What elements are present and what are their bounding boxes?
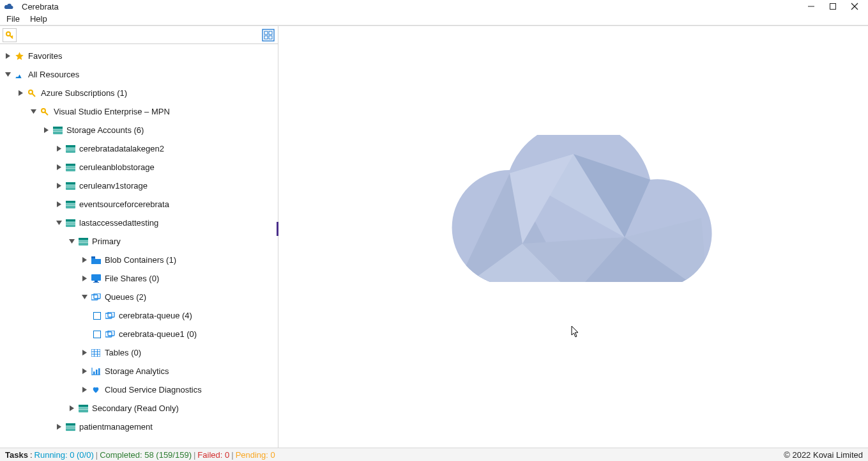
heart-icon (91, 385, 101, 395)
expander-expanded-icon[interactable] (80, 293, 88, 301)
expander-expanded-icon[interactable] (4, 71, 11, 79)
expander-collapsed-icon[interactable] (17, 90, 24, 97)
svg-rect-67 (79, 409, 88, 410)
close-button[interactable] (850, 2, 859, 11)
storage-icon (52, 125, 63, 136)
sidebar: Favorites All Resources Azure Subscripti… (0, 26, 278, 448)
svg-rect-48 (91, 295, 98, 300)
svg-rect-37 (66, 219, 75, 221)
expander-collapsed-icon[interactable] (80, 256, 88, 264)
sidebar-toolbar (0, 26, 278, 44)
svg-rect-38 (66, 222, 75, 223)
tree-node-vs-enterprise[interactable]: Visual Studio Enterprise – MPN (0, 102, 278, 121)
svg-rect-52 (105, 332, 112, 337)
expander-expanded-icon[interactable] (55, 219, 63, 227)
expander-collapsed-icon[interactable] (68, 405, 75, 412)
tree-node-tables[interactable]: Tables (0) (0, 343, 278, 362)
key-icon-button[interactable] (3, 28, 17, 42)
tree-node-primary[interactable]: Primary (0, 232, 278, 251)
menu-help[interactable]: Help (30, 14, 47, 24)
status-running: Running: 0 (0/0) (34, 450, 94, 460)
grid-icon-button[interactable] (261, 28, 275, 42)
expander-collapsed-icon[interactable] (55, 182, 63, 190)
svg-rect-65 (79, 405, 88, 407)
svg-rect-42 (79, 240, 88, 241)
svg-rect-54 (91, 349, 100, 357)
svg-rect-22 (66, 148, 75, 148)
tree-node-all-resources[interactable]: All Resources (0, 65, 278, 84)
svg-rect-8 (264, 31, 268, 35)
svg-rect-25 (66, 164, 75, 166)
status-bar: Tasks: Running: 0 (0/0) | Completed: 58 … (0, 448, 868, 461)
maximize-button[interactable] (828, 2, 837, 11)
svg-rect-66 (79, 407, 88, 408)
key-icon (27, 88, 37, 98)
expander-collapsed-icon[interactable] (4, 52, 11, 60)
svg-rect-62 (96, 370, 98, 375)
expander-expanded-icon[interactable] (68, 238, 75, 246)
expander-collapsed-icon[interactable] (80, 349, 88, 357)
tree-node-storage-account[interactable]: ceruleanblobstorage (0, 158, 278, 176)
expander-collapsed-icon[interactable] (80, 386, 88, 394)
svg-rect-63 (98, 368, 100, 375)
tree-node-storage-account[interactable]: eventsourceforcerebrata (0, 195, 278, 214)
checkbox[interactable] (93, 331, 101, 338)
storage-icon (65, 181, 75, 191)
tree-label: Favorites (28, 51, 62, 61)
status-completed: Completed: 58 (159/159) (100, 450, 192, 460)
tree-node-storage-accounts[interactable]: Storage Accounts (6) (0, 121, 278, 139)
svg-rect-61 (93, 371, 95, 375)
resource-tree[interactable]: Favorites All Resources Azure Subscripti… (0, 44, 278, 448)
minimize-button[interactable] (807, 2, 816, 11)
tree-node-azure-subscriptions[interactable]: Azure Subscriptions (1) (0, 84, 278, 102)
expander-collapsed-icon[interactable] (55, 201, 63, 208)
expander-collapsed-icon[interactable] (42, 127, 50, 134)
expander-collapsed-icon[interactable] (55, 145, 63, 153)
tree-label: Cloud Service Diagnostics (105, 385, 202, 395)
tree-node-analytics[interactable]: Storage Analytics (0, 362, 278, 380)
checkbox[interactable] (93, 312, 101, 320)
tree-node-diagnostics[interactable]: Cloud Service Diagnostics (0, 380, 278, 399)
tree-label: Storage Analytics (105, 366, 169, 376)
app-title: Cerebrata (22, 2, 59, 12)
tree-node-blob-containers[interactable]: Blob Containers (1) (0, 251, 278, 269)
svg-rect-43 (79, 242, 88, 243)
expander-collapsed-icon[interactable] (55, 164, 63, 171)
tree-node-queue-item[interactable]: cerebrata-queue (4) (0, 306, 278, 325)
tree-node-storage-account[interactable]: cerebratadatalakegen2 (0, 139, 278, 158)
tree-node-storage-account[interactable]: ceruleanv1storage (0, 176, 278, 195)
expander-collapsed-icon[interactable] (55, 423, 63, 431)
svg-rect-10 (264, 36, 268, 39)
tree-label: Azure Subscriptions (1) (41, 88, 127, 98)
tree-label: Queues (2) (105, 292, 146, 302)
tree-node-storage-account[interactable]: patientmanagement (0, 418, 278, 436)
menu-bar: File Help (0, 13, 868, 26)
svg-rect-9 (269, 31, 272, 35)
svg-rect-34 (66, 203, 75, 204)
tree-label: All Resources (28, 70, 79, 79)
svg-rect-26 (66, 166, 75, 167)
svg-rect-31 (66, 187, 75, 187)
svg-rect-27 (66, 168, 75, 169)
menu-file[interactable]: File (6, 14, 20, 24)
svg-rect-19 (53, 131, 63, 132)
expander-collapsed-icon[interactable] (80, 368, 88, 375)
storage-icon (65, 218, 75, 228)
tree-label: cerebrata-queue (4) (119, 311, 192, 320)
expander-collapsed-icon[interactable] (80, 275, 88, 283)
svg-rect-1 (830, 4, 836, 10)
tree-node-queues[interactable]: Queues (2) (0, 288, 278, 306)
svg-rect-11 (269, 36, 272, 39)
tree-label: Visual Studio Enterprise – MPN (54, 107, 170, 116)
tree-label: cerebrata-queue1 (0) (119, 329, 197, 339)
tree-node-storage-account[interactable]: lastaccessedattesting (0, 214, 278, 232)
svg-rect-47 (93, 282, 99, 283)
tree-node-secondary[interactable]: Secondary (Read Only) (0, 399, 278, 418)
expander-expanded-icon[interactable] (29, 108, 37, 116)
storage-icon (78, 403, 88, 414)
storage-icon (65, 162, 75, 173)
tree-node-queue-item[interactable]: cerebrata-queue1 (0) (0, 325, 278, 343)
tree-node-file-shares[interactable]: File Shares (0) (0, 269, 278, 288)
tree-node-favorites[interactable]: Favorites (0, 47, 278, 65)
svg-rect-45 (91, 274, 101, 281)
